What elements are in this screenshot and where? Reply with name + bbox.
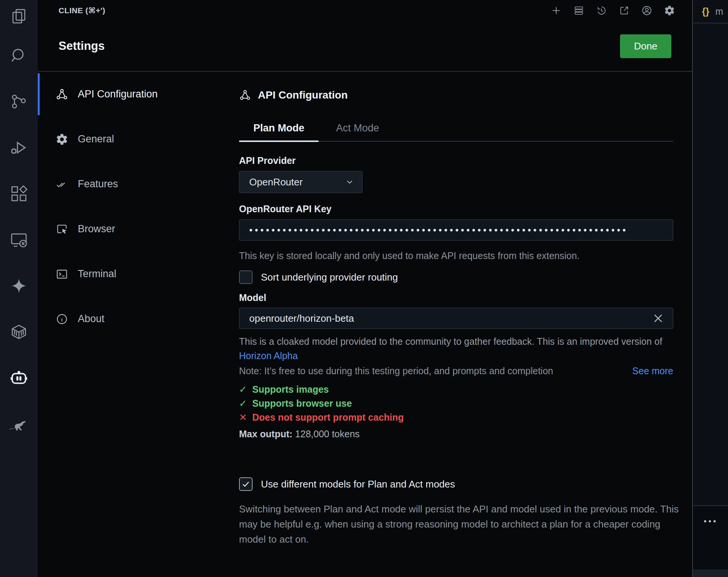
model-note-row: Note: It’s free to use during this testi… (239, 364, 673, 377)
plan-act-models-label: Use different models for Plan and Act mo… (261, 478, 455, 490)
model-description: This is a cloaked model provided to the … (239, 334, 673, 363)
plan-act-description: Switching between Plan and Act mode will… (239, 501, 681, 547)
check-icon: ✓ (239, 383, 247, 396)
terminal-icon (56, 268, 68, 281)
panel-edge (693, 569, 728, 577)
max-output-label: Max output: (239, 429, 293, 439)
api-key-masked-value: ••••••••••••••••••••••••••••••••••••••••… (249, 225, 628, 236)
info-icon (56, 313, 68, 326)
clear-model-icon[interactable] (652, 313, 664, 324)
plan-act-models-row[interactable]: Use different models for Plan and Act mo… (239, 477, 673, 491)
tab-act-mode[interactable]: Act Mode (322, 122, 393, 141)
tab-plan-mode[interactable]: Plan Mode (239, 122, 319, 141)
chevron-down-icon (345, 178, 354, 186)
history-icon[interactable] (595, 4, 608, 17)
api-key-helper: This key is stored locally and only used… (239, 250, 673, 261)
model-description-text: This is a cloaked model provided to the … (239, 336, 662, 347)
editor-area-strip: {} m ... (692, 0, 728, 577)
editor-tab-label: m (715, 6, 723, 17)
json-file-icon: {} (702, 6, 709, 17)
nav-item-features[interactable]: Features (38, 162, 219, 207)
section-title: API Configuration (258, 89, 348, 101)
nav-item-label: General (78, 133, 114, 145)
settings-header: Settings Done (38, 21, 692, 71)
topbar-icons (550, 4, 676, 17)
capability-supports-images: ✓ Supports images (239, 383, 673, 396)
cline-title: CLINE (⌘+') (59, 6, 105, 15)
explorer-icon[interactable] (0, 0, 38, 32)
more-actions-icon[interactable]: ... (693, 511, 728, 525)
cline-topbar: CLINE (⌘+') (38, 0, 692, 21)
done-button[interactable]: Done (620, 34, 671, 58)
capability-text: Supports browser use (252, 396, 352, 410)
api-config-icon (56, 88, 68, 101)
nav-item-general[interactable]: General (38, 117, 219, 162)
vscode-window: CLINE (⌘+') (0, 0, 728, 577)
horizon-alpha-link[interactable]: Horizon Alpha (239, 350, 298, 361)
section-heading: API Configuration (239, 89, 673, 101)
settings-content: API Configuration Plan Mode Act Mode API… (239, 71, 673, 547)
search-icon[interactable] (0, 32, 38, 79)
max-output: Max output: 128,000 tokens (239, 427, 673, 440)
sparkle-icon[interactable] (0, 263, 38, 309)
capability-supports-browser: ✓ Supports browser use (239, 396, 673, 410)
checkbox-checked[interactable] (239, 477, 253, 491)
max-output-value: 128,000 tokens (293, 429, 360, 439)
api-provider-label: API Provider (239, 155, 673, 166)
checkbox-unchecked[interactable] (239, 270, 253, 284)
container-icon[interactable] (0, 309, 38, 355)
check-icon: ✓ (239, 396, 247, 410)
browser-cursor-icon (56, 223, 68, 236)
cline-robot-icon[interactable] (0, 355, 38, 401)
nav-item-terminal[interactable]: Terminal (38, 251, 219, 296)
editor-tab[interactable]: {} m (693, 0, 728, 23)
run-debug-icon[interactable] (0, 125, 38, 171)
api-provider-select[interactable]: OpenRouter (239, 171, 362, 193)
account-icon[interactable] (640, 4, 653, 17)
kangaroo-icon[interactable] (0, 401, 38, 447)
nav-item-label: Browser (78, 223, 115, 235)
editor-background (693, 23, 728, 506)
model-value: openrouter/horizon-beta (249, 313, 652, 324)
mode-tabs: Plan Mode Act Mode (239, 122, 673, 142)
sort-provider-routing-label: Sort underlying provider routing (261, 272, 398, 283)
nav-item-label: Features (78, 178, 118, 190)
cline-webview: CLINE (⌘+') (38, 0, 692, 577)
double-check-icon (56, 178, 68, 191)
see-more-link[interactable]: See more (632, 366, 673, 376)
nav-item-label: API Configuration (78, 88, 158, 100)
gear-icon (56, 133, 68, 146)
api-key-label: OpenRouter API Key (239, 204, 673, 214)
nav-item-label: Terminal (78, 268, 116, 280)
mcp-servers-icon[interactable] (572, 4, 585, 17)
new-task-icon[interactable] (550, 4, 563, 17)
api-config-icon (239, 89, 251, 101)
api-key-input[interactable]: ••••••••••••••••••••••••••••••••••••••••… (239, 219, 673, 241)
checkmark-icon (241, 480, 250, 489)
source-control-icon[interactable] (0, 79, 38, 125)
settings-title: Settings (59, 39, 105, 53)
settings-nav: API Configuration General Features B (38, 72, 219, 341)
capability-list: ✓ Supports images ✓ Supports browser use… (239, 383, 673, 424)
api-provider-value: OpenRouter (249, 176, 303, 188)
x-icon: ✕ (239, 410, 247, 424)
model-label: Model (239, 292, 673, 303)
capability-text: Supports images (252, 383, 329, 396)
remote-explorer-icon[interactable] (0, 217, 38, 263)
extensions-icon[interactable] (0, 171, 38, 217)
sort-provider-routing-row[interactable]: Sort underlying provider routing (239, 270, 673, 284)
nav-item-about[interactable]: About (38, 296, 219, 341)
open-in-editor-icon[interactable] (618, 4, 631, 17)
nav-item-label: About (78, 313, 105, 325)
model-input[interactable]: openrouter/horizon-beta (239, 308, 673, 329)
capability-no-prompt-caching: ✕ Does not support prompt caching (239, 410, 673, 424)
activity-bar (0, 0, 38, 577)
model-note-truncated: Note: It’s free to use during this testi… (239, 364, 630, 377)
settings-gear-icon[interactable] (663, 4, 676, 17)
nav-item-api-configuration[interactable]: API Configuration (38, 72, 219, 117)
capability-text: Does not support prompt caching (252, 410, 404, 424)
nav-item-browser[interactable]: Browser (38, 207, 219, 251)
